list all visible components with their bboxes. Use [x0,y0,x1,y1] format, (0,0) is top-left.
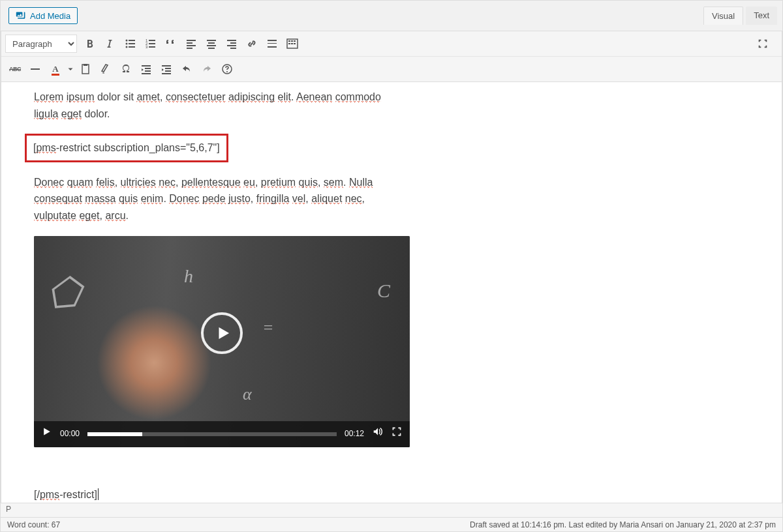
text-color-button[interactable]: A [46,59,65,79]
format-select[interactable]: Paragraph [5,35,77,53]
svg-rect-15 [187,48,192,49]
help-button[interactable] [217,59,237,79]
bold-button[interactable] [80,34,100,53]
svg-rect-24 [268,40,277,41]
svg-rect-34 [31,68,40,70]
strikethrough-button[interactable]: ABC [5,59,25,79]
numbered-list-button[interactable]: 123 [141,34,161,53]
svg-text:3: 3 [146,45,148,49]
svg-rect-36 [84,64,87,66]
svg-rect-17 [208,42,215,44]
toolbar-toggle-button[interactable] [283,34,302,53]
undo-button[interactable] [177,59,196,79]
clear-formatting-button[interactable] [96,59,115,79]
svg-rect-7 [149,40,155,41]
svg-rect-39 [145,70,151,72]
shortcode-close-text[interactable]: [/pms-restrict] [34,486,749,503]
svg-rect-18 [207,45,216,46]
svg-rect-43 [165,70,171,72]
svg-rect-32 [291,43,293,44]
indent-button[interactable] [157,59,176,79]
svg-rect-40 [142,73,151,74]
svg-rect-22 [227,45,236,46]
svg-point-0 [126,40,128,42]
svg-point-2 [126,43,128,45]
text-color-dropdown[interactable] [66,59,75,79]
video-fullscreen-button[interactable] [392,426,402,441]
svg-rect-21 [230,42,236,44]
video-duration: 00:12 [345,428,364,440]
svg-rect-41 [162,65,171,66]
status-bar: Word count: 67 Draft saved at 10:14:16 p… [1,517,782,531]
element-path[interactable]: p [6,505,11,514]
svg-rect-31 [288,43,290,44]
element-path-bar[interactable]: p [1,503,782,517]
shortcode-open-text[interactable]: [pms-restrict subscription_plans="5,6,7"… [33,142,220,155]
svg-rect-44 [162,73,171,74]
svg-rect-14 [187,45,196,46]
tab-visual[interactable]: Visual [703,7,743,25]
svg-rect-9 [149,43,155,44]
video-play-button[interactable] [42,426,52,441]
blockquote-button[interactable] [161,34,181,53]
link-button[interactable] [242,34,262,53]
video-progress-bar[interactable] [87,432,337,436]
video-player[interactable]: ⬠ h = C α 00:00 00:12 [34,236,410,447]
svg-rect-38 [145,68,151,69]
video-volume-button[interactable] [372,426,384,441]
svg-rect-16 [207,40,216,41]
svg-rect-42 [165,68,171,69]
svg-rect-3 [129,43,135,44]
align-center-button[interactable] [202,34,221,53]
svg-rect-25 [268,43,277,44]
svg-rect-29 [291,40,293,42]
outdent-button[interactable] [136,59,156,79]
editor-toolbar: Paragraph 123 ABC A [1,31,782,81]
read-more-button[interactable] [262,34,282,53]
align-right-button[interactable] [222,34,241,53]
redo-button[interactable] [197,59,217,79]
video-play-overlay[interactable] [201,312,243,354]
video-current-time: 00:00 [60,428,80,440]
word-count: Word count: 67 [7,520,60,529]
italic-button[interactable] [100,34,120,53]
svg-rect-35 [82,65,89,74]
shortcode-open-highlight: [pms-restrict subscription_plans="5,6,7"… [25,134,228,162]
svg-point-46 [226,71,228,72]
svg-rect-23 [230,48,236,49]
svg-rect-30 [294,40,296,42]
paragraph-2[interactable]: Donec quam felis, ultricies nec, pellent… [34,174,386,224]
editor-content-area[interactable]: Lorem ipsum dolor sit amet, consectetuer… [1,81,782,509]
svg-rect-28 [288,40,290,42]
svg-rect-20 [227,40,236,41]
svg-point-4 [126,46,128,48]
svg-rect-12 [187,40,196,41]
media-icon [16,10,26,21]
video-controls: 00:00 00:12 [34,421,410,447]
distraction-free-button[interactable] [753,34,773,53]
svg-rect-13 [187,42,192,44]
svg-rect-37 [142,65,151,66]
editor-tabs: Visual Text [703,7,777,25]
svg-rect-5 [129,46,135,48]
horizontal-rule-button[interactable] [25,59,45,79]
tab-text[interactable]: Text [746,7,777,25]
svg-rect-33 [294,43,296,44]
paste-as-text-button[interactable] [76,59,95,79]
save-status: Draft saved at 10:14:16 pm. Last edited … [470,520,776,529]
svg-rect-26 [268,46,277,48]
svg-rect-11 [149,46,155,48]
special-character-button[interactable] [116,59,136,79]
add-media-label: Add Media [30,11,70,21]
paragraph-1[interactable]: Lorem ipsum dolor sit amet, consectetuer… [34,89,399,122]
bullet-list-button[interactable] [121,34,140,53]
align-left-button[interactable] [181,34,201,53]
svg-rect-19 [208,48,215,49]
add-media-button[interactable]: Add Media [8,7,78,24]
svg-rect-1 [129,40,135,41]
